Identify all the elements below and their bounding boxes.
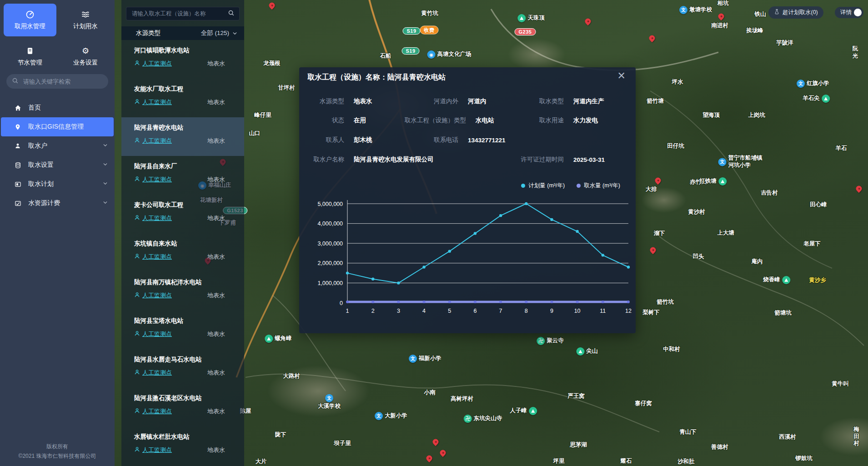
red-pin-icon[interactable]: [717, 12, 725, 20]
map-label: 高树坪村: [451, 396, 473, 403]
map-red-pin[interactable]: [718, 14, 724, 20]
monitor-link[interactable]: 人工监测点: [134, 60, 172, 68]
map-label[interactable]: 文红旗小学: [797, 80, 829, 88]
sidebar-search-input[interactable]: [22, 78, 101, 85]
sidebar-item-5[interactable]: 取水计划: [0, 175, 115, 194]
station-list-item[interactable]: 陆河县青硿水电站人工监测点地表水: [121, 117, 244, 156]
mountain-marker-icon: [718, 177, 727, 185]
monitor-link[interactable]: 人工监测点: [134, 214, 172, 222]
module-button-3[interactable]: 节水管理: [4, 40, 56, 73]
red-pin-icon[interactable]: [439, 449, 447, 457]
map-label: 卍聚云寺: [537, 337, 564, 345]
map-red-pin[interactable]: [426, 456, 432, 461]
station-list-item[interactable]: 友能水厂取水工程人工监测点地表水: [121, 79, 244, 117]
map-place-name: 凹头: [693, 253, 704, 261]
station-list-item[interactable]: 陆河县南万镇杞洋水电站人工监测点地表水: [121, 272, 244, 311]
filter-value-dropdown[interactable]: 全部 (125): [201, 29, 238, 37]
station-search-input[interactable]: [131, 10, 228, 17]
station-list-item[interactable]: 河口镇唱歌潭水电站人工监测点地表水: [121, 40, 244, 79]
sidebar-item-1[interactable]: 首页: [0, 98, 115, 117]
map-red-pin[interactable]: [655, 178, 661, 184]
map-label[interactable]: 文大溪学校: [318, 394, 341, 410]
station-list-item[interactable]: 陆河县激石溪老区水电站人工监测点地表水: [121, 388, 244, 426]
station-search[interactable]: [126, 7, 240, 20]
monitor-link[interactable]: 人工监测点: [134, 446, 172, 454]
map-red-pin[interactable]: [585, 19, 591, 25]
map-red-pin[interactable]: [440, 450, 446, 456]
monitor-link[interactable]: 人工监测点: [134, 291, 172, 300]
red-pin-icon[interactable]: [268, 1, 276, 10]
map-red-pin[interactable]: [649, 35, 655, 41]
legend-item[interactable]: 计划量 (m³/年): [521, 182, 565, 190]
map-label: 大片: [256, 458, 267, 466]
red-pin-icon[interactable]: [431, 438, 440, 446]
red-pin-icon[interactable]: [584, 17, 592, 25]
map-place-name: 思茅湖: [570, 441, 587, 449]
sidebar-item-4[interactable]: 取水设置: [0, 155, 115, 175]
station-list-item[interactable]: 陆河县水唇走马石水电站人工监测点地表水: [121, 349, 244, 388]
legend-item[interactable]: 取水量 (m³/年): [577, 182, 620, 190]
monitor-link[interactable]: 人工监测点: [134, 330, 172, 338]
field-2-1: 状态在用: [299, 116, 405, 125]
monitor-label: 人工监测点: [142, 330, 172, 338]
station-name: 陆河县自来水厂: [134, 162, 225, 170]
map-label[interactable]: ◉高塘文化广场: [427, 50, 472, 59]
map-label[interactable]: 文普宁市船埔镇 河坑小学: [718, 155, 763, 169]
svg-text:2: 2: [371, 308, 375, 314]
sidebar-item-3[interactable]: 取水户: [0, 136, 115, 155]
monitor-link[interactable]: 人工监测点: [134, 407, 172, 416]
gear-icon: ⚙: [82, 46, 89, 55]
red-pin-icon[interactable]: [648, 34, 656, 42]
station-list-item[interactable]: 陆河县自来水厂人工监测点地表水: [121, 156, 244, 195]
source-type-filter: 水源类型 全部 (125): [121, 26, 244, 40]
station-list-item[interactable]: 陆河县宝塔水电站人工监测点地表水: [121, 311, 244, 349]
field-value: 地表水: [354, 97, 372, 105]
sidebar-item-label: 取水计划: [28, 180, 54, 188]
module-label: 节水管理: [18, 59, 42, 67]
map-label[interactable]: 文福新小学: [409, 355, 442, 363]
sidebar-search[interactable]: [6, 74, 108, 89]
plan-icon: [14, 181, 22, 188]
sidebar-item-2[interactable]: 取水口GIS信息管理: [1, 117, 114, 136]
monitor-link[interactable]: 人工监测点: [134, 137, 172, 145]
field-1-3: 取水类型河道内生产: [511, 97, 636, 105]
map-label: 尖山: [577, 347, 598, 356]
map-label[interactable]: 文大新小学: [375, 412, 407, 420]
red-pin-icon[interactable]: [654, 176, 662, 185]
monitor-link[interactable]: 人工监测点: [134, 253, 172, 261]
red-pin-icon[interactable]: [425, 454, 433, 462]
intake-plan-chart: 01,000,0002,000,0003,000,0004,000,0005,0…: [299, 191, 636, 327]
sidebar-item-6[interactable]: 水资源计费: [0, 194, 115, 213]
station-list-item[interactable]: 水唇镇水栏肚水电站人工监测点地表水: [121, 426, 244, 465]
map-red-pin[interactable]: [856, 186, 862, 192]
map-label[interactable]: 文墩塘学校: [679, 6, 712, 14]
field-3-1: 联系人彭木桃: [299, 136, 405, 144]
search-icon[interactable]: [228, 10, 235, 18]
detail-toggle[interactable]: 详情: [835, 7, 863, 18]
monitor-link[interactable]: 人工监测点: [134, 369, 172, 377]
module-button-1[interactable]: 取用水管理: [4, 4, 56, 36]
over-plan-intake-button[interactable]: 超计划取水(0): [768, 6, 823, 19]
map-label: 大排: [646, 186, 657, 193]
map-label: 庵内: [752, 258, 763, 266]
map-place-name: 东坑尖山寺: [474, 415, 502, 422]
field-value: 水电站: [476, 116, 494, 125]
map-red-pin[interactable]: [269, 3, 275, 9]
map-red-pin[interactable]: [433, 439, 439, 445]
monitor-link[interactable]: 人工监测点: [134, 175, 172, 184]
module-button-2[interactable]: 计划用水: [59, 4, 112, 36]
map-place-name: 箭竹塘: [647, 98, 664, 105]
toggle-knob[interactable]: [854, 9, 862, 16]
monitor-link[interactable]: 人工监测点: [134, 98, 172, 106]
red-pin-icon[interactable]: [649, 246, 657, 254]
mountain-marker-icon: [822, 95, 830, 103]
station-list-item[interactable]: 东坑镇自来水站人工监测点地表水: [121, 233, 244, 272]
red-pin-icon[interactable]: [855, 185, 863, 193]
station-list-item[interactable]: 麦卡公司取水工程人工监测点地表水: [121, 195, 244, 233]
person-icon: [134, 176, 140, 183]
close-icon[interactable]: ✕: [617, 71, 626, 81]
field-value: 河道内生产: [573, 97, 604, 105]
map-place-name: 坝子里: [334, 440, 351, 447]
map-red-pin[interactable]: [650, 247, 656, 253]
module-button-4[interactable]: ⚙业务设置: [59, 40, 112, 73]
